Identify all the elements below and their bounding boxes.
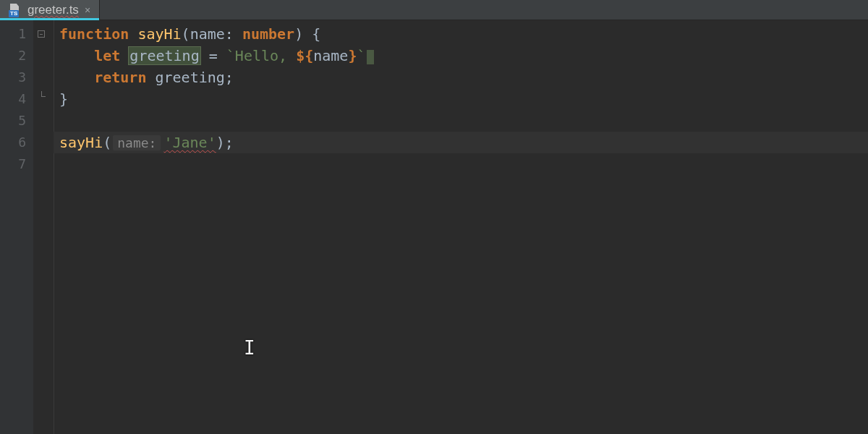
function-call: sayHi bbox=[59, 134, 103, 151]
keyword-return: return bbox=[94, 69, 146, 86]
template-interp: ${ bbox=[296, 47, 313, 64]
line-number: 6 bbox=[0, 132, 33, 153]
fold-toggle-icon[interactable] bbox=[38, 30, 45, 38]
keyword-function: function bbox=[59, 25, 129, 43]
punctuation: { bbox=[312, 25, 320, 43]
tab-filename: greeter.ts bbox=[27, 3, 79, 17]
punctuation: } bbox=[59, 90, 68, 108]
variable-ref: greeting bbox=[155, 69, 224, 86]
param-name: name bbox=[190, 25, 225, 43]
editor-area[interactable]: 1 2 3 4 5 6 7 function sayHi(name: numbe… bbox=[0, 20, 868, 434]
code-line[interactable]: let greeting = `Hello, ${name}` bbox=[54, 45, 868, 67]
variable-name: greeting bbox=[129, 47, 200, 64]
line-number-gutter: 1 2 3 4 5 6 7 bbox=[0, 20, 33, 434]
code-line-current[interactable]: sayHi(name:'Jane'); bbox=[54, 132, 868, 153]
code-line[interactable]: function sayHi(name: number) { bbox=[54, 23, 868, 45]
operator: = bbox=[209, 47, 218, 64]
close-icon[interactable]: × bbox=[85, 5, 90, 15]
function-name: sayHi bbox=[137, 25, 181, 43]
line-number: 1 bbox=[0, 23, 33, 45]
fold-gutter bbox=[33, 20, 54, 434]
punctuation: ( bbox=[103, 134, 111, 151]
line-number: 2 bbox=[0, 45, 33, 67]
template-string-end: ` bbox=[357, 47, 365, 64]
line-number: 4 bbox=[0, 88, 33, 110]
tab-greeter[interactable]: TS greeter.ts × bbox=[0, 0, 100, 20]
fold-end-icon bbox=[41, 91, 46, 97]
punctuation: ( bbox=[182, 25, 190, 43]
punctuation: ; bbox=[225, 134, 234, 151]
code-content[interactable]: function sayHi(name: number) { let greet… bbox=[54, 20, 868, 434]
line-number: 3 bbox=[0, 67, 33, 88]
template-var: name bbox=[313, 47, 348, 64]
punctuation: ) bbox=[294, 25, 303, 43]
code-line[interactable] bbox=[54, 110, 868, 132]
parameter-hint: name: bbox=[113, 135, 161, 150]
keyword-let: let bbox=[94, 47, 120, 64]
code-line[interactable]: return greeting; bbox=[54, 67, 868, 88]
string-arg-error: 'Jane' bbox=[163, 134, 216, 151]
typescript-file-icon: TS bbox=[9, 4, 22, 17]
punctuation: ; bbox=[225, 69, 234, 86]
line-number: 5 bbox=[0, 110, 33, 132]
soft-wrap-marker bbox=[367, 50, 374, 64]
template-interp: } bbox=[348, 47, 357, 64]
tab-bar: TS greeter.ts × bbox=[0, 0, 868, 20]
type-keyword: number bbox=[242, 25, 294, 43]
code-line[interactable]: } bbox=[54, 88, 868, 110]
code-line[interactable] bbox=[54, 153, 868, 175]
punctuation: : bbox=[225, 25, 234, 43]
punctuation: ) bbox=[216, 134, 225, 151]
line-number: 7 bbox=[0, 153, 33, 175]
template-string: `Hello, bbox=[226, 47, 296, 64]
